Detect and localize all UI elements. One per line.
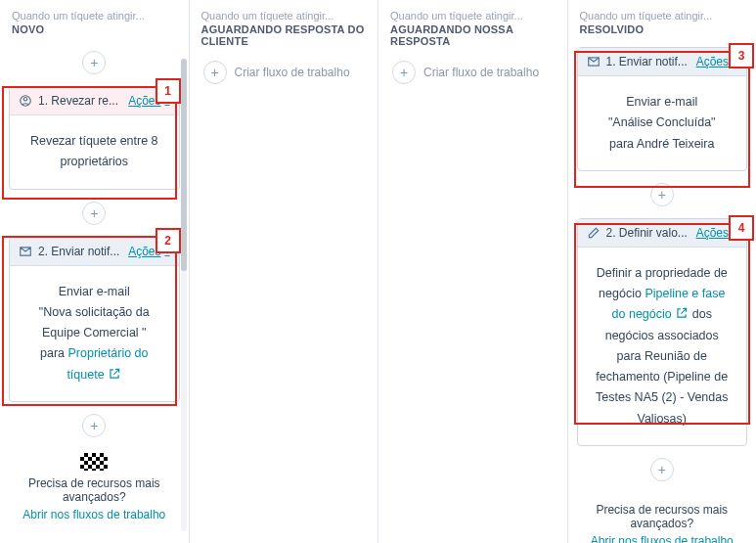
external-link-icon	[108, 367, 121, 381]
email-icon	[19, 245, 32, 258]
plus-icon: +	[392, 61, 416, 84]
column-resolved: Quando um tíquete atingir... RESOLVIDO 1…	[568, 0, 757, 543]
pipeline-board: Quando um tíquete atingir... NOVO + 1. R…	[0, 0, 756, 543]
card-actions-menu[interactable]: Ações▾	[696, 226, 737, 240]
card-body: Enviar e-mail "Análise Concluída" para A…	[578, 76, 747, 170]
ticket-owner-link[interactable]: Proprietário do tíquete	[67, 346, 148, 381]
svg-point-1	[23, 98, 27, 102]
workflow-card-rotate[interactable]: 1. Revezar re... Ações▾ Revezar tíquete …	[9, 86, 180, 190]
add-step-button[interactable]: +	[650, 458, 674, 481]
card-actions-menu[interactable]: Ações▾	[128, 94, 169, 108]
add-step-button[interactable]: +	[82, 202, 106, 225]
email-icon	[587, 55, 600, 68]
rotate-owner-icon	[19, 94, 32, 108]
chevron-down-icon: ▾	[165, 96, 170, 106]
add-step-button[interactable]: +	[82, 51, 106, 74]
edit-icon	[587, 226, 600, 240]
card-body: Enviar e-mail "Nova solicitação da Equip…	[10, 266, 179, 401]
card-body: Definir a propriedade de negócio Pipelin…	[578, 248, 747, 445]
column-title: NOVO	[12, 23, 177, 35]
end-flag-icon	[80, 453, 108, 471]
card-title: 2. Enviar notif...	[38, 245, 122, 258]
add-step-button[interactable]: +	[82, 414, 106, 437]
column-scrollbar[interactable]	[181, 59, 187, 531]
card-actions-menu[interactable]: Ações▾	[696, 55, 737, 68]
card-title: 1. Enviar notif...	[606, 55, 690, 68]
column-subtitle: Quando um tíquete atingir...	[390, 10, 556, 22]
chevron-down-icon: ▾	[165, 247, 170, 256]
plus-icon: +	[203, 61, 227, 84]
column-title: RESOLVIDO	[580, 23, 745, 35]
column-subtitle: Quando um tíquete atingir...	[580, 10, 745, 22]
column-subtitle: Quando um tíquete atingir...	[201, 10, 367, 22]
chevron-down-icon: ▾	[733, 57, 737, 67]
column-novo: Quando um tíquete atingir... NOVO + 1. R…	[0, 0, 190, 543]
add-step-button[interactable]: +	[650, 183, 674, 206]
chevron-down-icon: ▾	[733, 228, 737, 238]
column-title: AGUARDANDO RESPOSTA DO CLIENTE	[201, 23, 367, 47]
card-body: Revezar tíquete entre 8 proprietários	[10, 115, 179, 189]
footer-text: Precisa de recursos mais avançados?	[28, 476, 160, 504]
column-subtitle: Quando um tíquete atingir...	[12, 10, 177, 22]
create-workflow-button[interactable]: + Criar fluxo de trabalho	[203, 61, 350, 84]
create-workflow-button[interactable]: + Criar fluxo de trabalho	[392, 61, 539, 84]
workflow-card-notify[interactable]: 2. Enviar notif... Ações▾ Enviar e-mail …	[9, 237, 180, 402]
external-link-icon	[675, 306, 689, 320]
column-waiting-client: Quando um tíquete atingir... AGUARDANDO …	[190, 0, 379, 543]
card-actions-menu[interactable]: Ações▾	[128, 245, 169, 258]
workflow-card-set-property[interactable]: 2. Definir valo... Ações▾ Definir a prop…	[577, 218, 748, 446]
open-in-workflows-link[interactable]: Abrir nos fluxos de trabalho	[578, 534, 747, 543]
card-title: 1. Revezar re...	[38, 94, 122, 108]
open-in-workflows-link[interactable]: Abrir nos fluxos de trabalho	[10, 508, 179, 521]
footer-text: Precisa de recursos mais avançados?	[596, 503, 728, 530]
column-waiting-us: Quando um tíquete atingir... AGUARDANDO …	[378, 0, 568, 543]
workflow-card-notify[interactable]: 1. Enviar notif... Ações▾ Enviar e-mail …	[577, 47, 748, 171]
card-title: 2. Definir valo...	[606, 226, 690, 240]
column-title: AGUARDANDO NOSSA RESPOSTA	[390, 23, 556, 47]
